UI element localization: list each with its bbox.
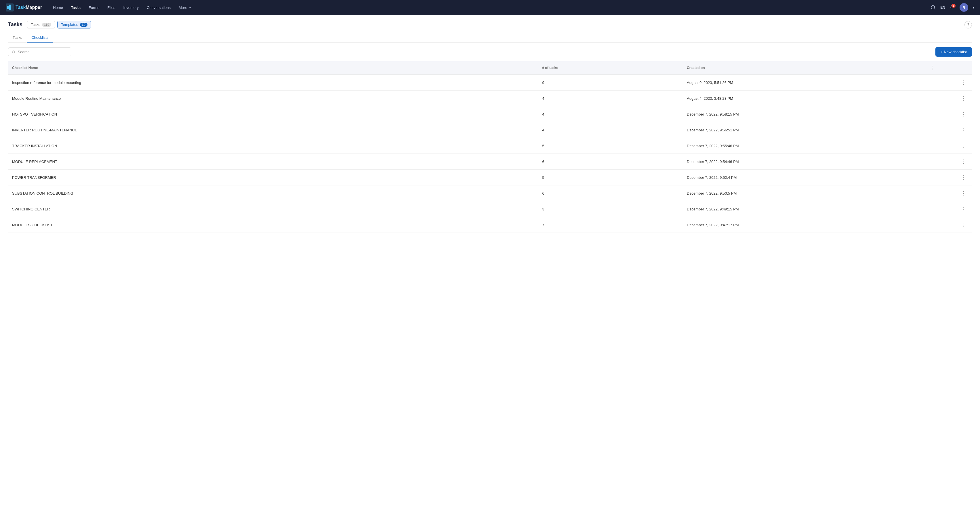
avatar-chevron-icon: ▾	[973, 6, 974, 9]
row-tasks: 5	[538, 170, 683, 186]
search-box[interactable]	[8, 48, 72, 56]
table-row[interactable]: Module Routine Maintenance 4 August 4, 2…	[8, 90, 972, 106]
nav-home[interactable]: Home	[52, 4, 64, 11]
search-input[interactable]	[18, 50, 68, 54]
row-name: MODULES CHECKLIST	[8, 217, 538, 233]
tab-templates[interactable]: Templates 30	[57, 21, 91, 29]
row-actions: ⋮	[924, 90, 972, 106]
top-tab-group: Tasks 110 Templates 30	[27, 21, 91, 29]
row-menu-button[interactable]: ⋮	[959, 189, 968, 197]
nav-forms[interactable]: Forms	[88, 4, 100, 11]
nav-right: EN 1 R ▾	[931, 3, 974, 12]
row-created: December 7, 2022, 9:55:46 PM	[683, 138, 924, 154]
row-actions: ⋮	[924, 170, 972, 186]
row-name: Module Routine Maintenance	[8, 90, 538, 106]
notification-badge: 1	[951, 4, 956, 8]
col-header-actions: ⋮	[924, 61, 972, 75]
search-icon	[931, 5, 936, 10]
sub-tab-checklists[interactable]: Checklists	[27, 33, 53, 43]
nav-files[interactable]: Files	[107, 4, 116, 11]
chevron-down-icon: ▾	[189, 6, 191, 9]
page-content: Tasks Tasks 110 Templates 30 ? Tasks Che…	[0, 15, 980, 514]
toolbar: + New checklist	[8, 47, 972, 57]
row-tasks: 9	[538, 75, 683, 90]
row-menu-button[interactable]: ⋮	[959, 221, 968, 228]
nav-tasks[interactable]: Tasks	[70, 4, 81, 11]
navbar: TaskMapper Home Tasks Forms Files Invent…	[0, 0, 980, 15]
row-name: Inspection reference for module mounting	[8, 75, 538, 90]
table-body: Inspection reference for module mounting…	[8, 75, 972, 233]
row-name: MODULE REPLACEMENT	[8, 154, 538, 170]
table-actions-menu-button[interactable]: ⋮	[928, 64, 937, 71]
row-created: December 7, 2022, 9:49:15 PM	[683, 201, 924, 217]
table-row[interactable]: TRACKER INSTALLATION 5 December 7, 2022,…	[8, 138, 972, 154]
new-checklist-button[interactable]: + New checklist	[935, 47, 972, 57]
tab-tasks[interactable]: Tasks 110	[27, 21, 55, 29]
row-created: December 7, 2022, 9:52:4 PM	[683, 170, 924, 186]
tab-templates-label: Templates	[61, 22, 78, 27]
row-actions: ⋮	[924, 138, 972, 154]
row-name: SUBSTATION CONTROL BUILDING	[8, 186, 538, 201]
brand-logo[interactable]: TaskMapper	[6, 3, 42, 11]
row-menu-button[interactable]: ⋮	[959, 158, 968, 165]
table-row[interactable]: MODULE REPLACEMENT 6 December 7, 2022, 9…	[8, 154, 972, 170]
row-tasks: 4	[538, 106, 683, 122]
row-tasks: 7	[538, 217, 683, 233]
tab-tasks-count: 110	[42, 23, 51, 27]
row-menu-button[interactable]: ⋮	[959, 205, 968, 213]
row-menu-button[interactable]: ⋮	[959, 95, 968, 102]
row-menu-button[interactable]: ⋮	[959, 110, 968, 118]
sub-tab-tasks[interactable]: Tasks	[8, 33, 27, 43]
table-row[interactable]: INVERTER ROUTINE-MAINTENANCE 4 December …	[8, 122, 972, 138]
row-created: December 7, 2022, 9:58:15 PM	[683, 106, 924, 122]
row-tasks: 5	[538, 138, 683, 154]
row-menu-button[interactable]: ⋮	[959, 79, 968, 86]
row-actions: ⋮	[924, 201, 972, 217]
svg-line-6	[14, 52, 15, 53]
help-button[interactable]: ?	[964, 21, 972, 29]
table-row[interactable]: MODULES CHECKLIST 7 December 7, 2022, 9:…	[8, 217, 972, 233]
language-selector[interactable]: EN	[940, 5, 945, 10]
row-menu-button[interactable]: ⋮	[959, 174, 968, 181]
row-tasks: 6	[538, 154, 683, 170]
brand-suffix: Mapper	[25, 5, 42, 10]
row-actions: ⋮	[924, 106, 972, 122]
row-actions: ⋮	[924, 217, 972, 233]
table-row[interactable]: SWITCHING CENTER 3 December 7, 2022, 9:4…	[8, 201, 972, 217]
row-tasks: 6	[538, 186, 683, 201]
row-created: December 7, 2022, 9:56:51 PM	[683, 122, 924, 138]
new-checklist-label: + New checklist	[940, 50, 967, 54]
row-created: December 7, 2022, 9:54:46 PM	[683, 154, 924, 170]
row-tasks: 4	[538, 90, 683, 106]
table-row[interactable]: HOTSPOT VERIFICATION 4 December 7, 2022,…	[8, 106, 972, 122]
brand-prefix: Task	[16, 5, 25, 10]
notifications-button[interactable]: 1	[950, 4, 955, 11]
table-row[interactable]: POWER TRANSFORMER 5 December 7, 2022, 9:…	[8, 170, 972, 186]
nav-inventory[interactable]: Inventory	[123, 4, 139, 11]
table-row[interactable]: SUBSTATION CONTROL BUILDING 6 December 7…	[8, 186, 972, 201]
table-row[interactable]: Inspection reference for module mounting…	[8, 75, 972, 90]
row-name: TRACKER INSTALLATION	[8, 138, 538, 154]
row-tasks: 4	[538, 122, 683, 138]
row-name: POWER TRANSFORMER	[8, 170, 538, 186]
col-header-created: Created on	[683, 61, 924, 75]
row-created: December 7, 2022, 9:50:5 PM	[683, 186, 924, 201]
search-button[interactable]	[931, 5, 936, 10]
row-menu-button[interactable]: ⋮	[959, 142, 968, 149]
row-actions: ⋮	[924, 75, 972, 90]
tab-tasks-label: Tasks	[31, 22, 40, 27]
row-menu-button[interactable]: ⋮	[959, 126, 968, 134]
table-header: Checklist Name # of tasks Created on ⋮	[8, 61, 972, 75]
checklist-table: Checklist Name # of tasks Created on ⋮ I…	[8, 61, 972, 233]
row-name: INVERTER ROUTINE-MAINTENANCE	[8, 122, 538, 138]
row-actions: ⋮	[924, 154, 972, 170]
nav-more[interactable]: More ▾	[178, 4, 191, 11]
brand-icon	[6, 3, 14, 11]
user-avatar[interactable]: R	[959, 3, 968, 12]
row-created: August 9, 2023, 5:51:26 PM	[683, 75, 924, 90]
svg-rect-1	[7, 6, 9, 9]
svg-rect-2	[9, 5, 11, 10]
tab-templates-count: 30	[80, 23, 88, 27]
col-header-name: Checklist Name	[8, 61, 538, 75]
nav-conversations[interactable]: Conversations	[146, 4, 171, 11]
